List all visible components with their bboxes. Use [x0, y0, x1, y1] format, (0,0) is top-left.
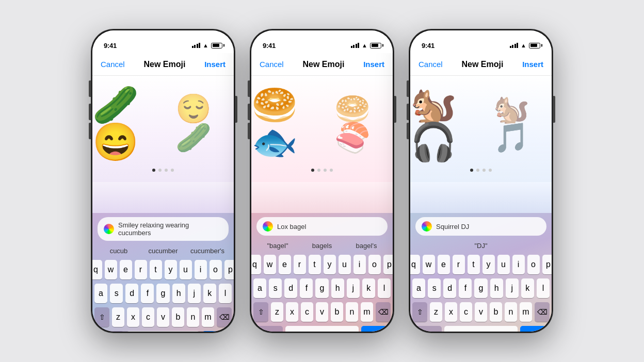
key-b[interactable]: b: [172, 307, 184, 327]
done-key-2[interactable]: done: [361, 326, 391, 332]
key-z[interactable]: z: [112, 307, 124, 327]
key-y2[interactable]: y: [324, 255, 336, 274]
key-y3[interactable]: y: [482, 255, 495, 274]
space-key-2[interactable]: space: [285, 326, 359, 332]
key-r[interactable]: r: [135, 260, 147, 279]
key-c3[interactable]: c: [460, 302, 472, 322]
backspace-key-3[interactable]: ⌫: [535, 302, 550, 322]
key-o[interactable]: o: [210, 260, 222, 279]
key-d3[interactable]: d: [443, 278, 456, 298]
key-e3[interactable]: e: [438, 255, 450, 274]
numbers-key-3[interactable]: 123: [412, 326, 442, 332]
cancel-button-3[interactable]: Cancel: [418, 60, 443, 69]
suggestion-3a[interactable]: "DJ": [414, 240, 548, 252]
key-z2[interactable]: z: [271, 302, 283, 322]
key-l[interactable]: l: [219, 284, 232, 303]
backspace-key-2[interactable]: ⌫: [376, 302, 391, 322]
key-o2[interactable]: o: [368, 255, 381, 274]
numbers-key[interactable]: 123: [94, 331, 124, 332]
key-s3[interactable]: s: [428, 278, 441, 298]
key-i3[interactable]: i: [512, 255, 525, 274]
key-d2[interactable]: d: [284, 278, 297, 298]
key-v[interactable]: v: [157, 307, 169, 327]
emoji-alt-3[interactable]: 🐿️🎵: [493, 94, 552, 152]
key-t[interactable]: t: [150, 260, 162, 279]
emoji-main-3[interactable]: 🐿️🎧: [410, 86, 485, 160]
key-p3[interactable]: p: [542, 255, 552, 274]
suggestion-1b[interactable]: cucumber: [141, 245, 185, 257]
key-k2[interactable]: k: [362, 278, 375, 298]
shift-key-3[interactable]: ⇧: [412, 302, 427, 322]
key-o3[interactable]: o: [527, 255, 540, 274]
insert-button-3[interactable]: Insert: [522, 60, 543, 69]
key-p[interactable]: p: [224, 260, 234, 279]
emoji-alt-1[interactable]: 😌🥒: [175, 94, 234, 152]
prompt-text-2[interactable]: Lox bagel: [277, 223, 306, 231]
key-d[interactable]: d: [125, 284, 138, 303]
emoji-main-2[interactable]: 🥯🐟: [251, 86, 326, 160]
insert-button-2[interactable]: Insert: [363, 60, 384, 69]
key-c2[interactable]: c: [301, 302, 313, 322]
key-q[interactable]: q: [92, 260, 102, 279]
key-j[interactable]: j: [188, 284, 201, 303]
suggestion-1c[interactable]: cucumber's: [185, 245, 230, 257]
key-f3[interactable]: f: [459, 278, 472, 298]
key-f2[interactable]: f: [300, 278, 313, 298]
done-key[interactable]: done: [202, 331, 232, 332]
key-n3[interactable]: n: [505, 302, 517, 322]
key-a2[interactable]: a: [253, 278, 266, 298]
key-g3[interactable]: g: [474, 278, 487, 298]
suggestion-2a[interactable]: "bagel": [255, 240, 300, 252]
key-r2[interactable]: r: [294, 255, 306, 274]
key-b2[interactable]: b: [331, 302, 343, 322]
key-l3[interactable]: l: [537, 278, 550, 298]
key-m[interactable]: m: [202, 307, 214, 327]
key-y[interactable]: y: [165, 260, 177, 279]
suggestion-1a[interactable]: cucub: [96, 245, 141, 257]
key-q2[interactable]: q: [251, 255, 261, 274]
key-t3[interactable]: t: [468, 255, 480, 274]
prompt-text-1[interactable]: Smiley relaxing wearing cucumbers: [118, 221, 222, 237]
key-f[interactable]: f: [141, 284, 154, 303]
suggestion-2b[interactable]: bagels: [300, 240, 344, 252]
key-l2[interactable]: l: [378, 278, 391, 298]
key-u3[interactable]: u: [497, 255, 510, 274]
key-s[interactable]: s: [110, 284, 123, 303]
prompt-text-3[interactable]: Squirrel DJ: [436, 223, 469, 231]
cancel-button-2[interactable]: Cancel: [260, 60, 284, 69]
key-z3[interactable]: z: [430, 302, 442, 322]
shift-key[interactable]: ⇧: [94, 307, 109, 327]
key-w3[interactable]: w: [423, 255, 435, 274]
key-x3[interactable]: x: [445, 302, 457, 322]
key-u2[interactable]: u: [339, 255, 351, 274]
numbers-key-2[interactable]: 123: [253, 326, 283, 332]
space-key[interactable]: space: [126, 331, 200, 332]
insert-button-1[interactable]: Insert: [204, 60, 226, 69]
key-e2[interactable]: e: [279, 255, 291, 274]
emoji-alt-2[interactable]: 🥯🍣: [334, 94, 393, 152]
shift-key-2[interactable]: ⇧: [253, 302, 268, 322]
key-n[interactable]: n: [187, 307, 199, 327]
key-e[interactable]: e: [120, 260, 132, 279]
key-h2[interactable]: h: [331, 278, 344, 298]
key-x2[interactable]: x: [286, 302, 298, 322]
key-t2[interactable]: t: [309, 255, 321, 274]
key-i[interactable]: i: [195, 260, 207, 279]
key-s2[interactable]: s: [269, 278, 282, 298]
done-key-3[interactable]: done: [520, 326, 550, 332]
key-g[interactable]: g: [156, 284, 169, 303]
key-k3[interactable]: k: [521, 278, 534, 298]
key-p2[interactable]: p: [383, 255, 393, 274]
key-k[interactable]: k: [203, 284, 216, 303]
key-v2[interactable]: v: [316, 302, 328, 322]
key-a3[interactable]: a: [412, 278, 425, 298]
key-u[interactable]: u: [180, 260, 192, 279]
key-b3[interactable]: b: [490, 302, 502, 322]
key-x[interactable]: x: [127, 307, 139, 327]
key-c[interactable]: c: [142, 307, 154, 327]
key-v3[interactable]: v: [475, 302, 487, 322]
space-key-3[interactable]: space: [444, 326, 518, 332]
key-a[interactable]: a: [94, 284, 107, 303]
key-w[interactable]: w: [105, 260, 117, 279]
key-h[interactable]: h: [172, 284, 185, 303]
